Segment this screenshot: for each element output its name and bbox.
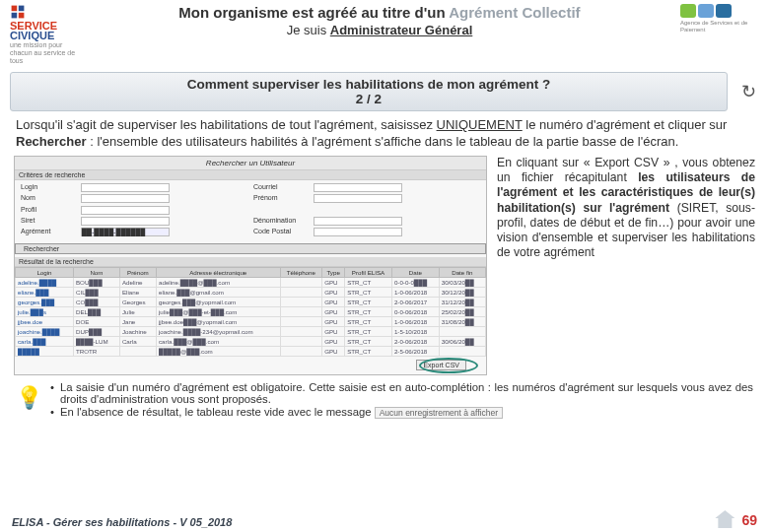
nom-input[interactable] (81, 194, 170, 203)
table-row: carla.███████-LUMCarlacarla.███@███.comG… (16, 336, 486, 346)
siret-input[interactable] (81, 217, 170, 226)
page-counter: 2 / 2 (356, 92, 382, 106)
results-table: LoginNomPrénomAdresse électroniqueTéléph… (15, 267, 486, 357)
page-number: 69 (741, 512, 757, 528)
logo-asp: Agence de Services et de Paiement (680, 4, 759, 33)
page-subtitle: Je suis Administrateur Général (79, 23, 680, 37)
export-csv-button[interactable]: Export CSV (416, 360, 466, 370)
home-icon[interactable] (715, 510, 734, 528)
logo-tagline: une mission pour chacun au service de to… (10, 41, 75, 63)
svg-rect-2 (12, 13, 18, 19)
refresh-icon[interactable]: ↻ (737, 81, 759, 102)
table-row: eliane.███CIL███Elianeeliane.███@gmail.c… (16, 287, 486, 297)
login-input[interactable] (81, 183, 170, 192)
svg-rect-1 (19, 6, 25, 12)
table-row: joachine.████DUP███Joachinejoachine.████… (16, 326, 486, 336)
shot-title: Rechercher un Utilisateur (15, 157, 486, 170)
notes-list: La saisie d'un numéro d'agrément est obl… (50, 381, 753, 420)
rechercher-button[interactable]: Rechercher (15, 243, 486, 254)
prenom-input[interactable] (314, 194, 402, 203)
shot-section-result: Résultat de la recherche (15, 257, 486, 267)
courriel-input[interactable] (314, 183, 402, 192)
footer-version: ELISA - Gérer ses habilitations - V 05_2… (12, 516, 232, 528)
footer-right: 69 (715, 510, 757, 528)
shot-section-criteria: Critères de recherche (15, 170, 486, 180)
note-item: En l'absence de résultat, le tableau res… (50, 406, 753, 419)
note-item: La saisie d'un numéro d'agrément est obl… (50, 381, 753, 405)
lightbulb-icon: 💡 (16, 381, 42, 409)
agrement-input[interactable]: ██-████-██████ (81, 228, 170, 236)
page-title: Mon organisme est agréé au titre d'un Ag… (79, 4, 680, 21)
table-row: julie.███sDEL███Juliejulie███@███-et-███… (16, 306, 486, 316)
table-row: georges.███CO███Georgesgeorges.███@yopma… (16, 297, 486, 306)
table-row: █████TROTR█████@███.comGPUSTR_CT2-5-06/2… (16, 346, 486, 356)
codepostal-input[interactable] (314, 228, 402, 236)
question-banner: Comment superviser les habilitations de … (10, 72, 728, 111)
logo-service-civique: SERVICE CIVIQUE une mission pour chacun … (10, 4, 79, 64)
screenshot-panel: Rechercher un Utilisateur Critères de re… (14, 156, 487, 375)
profil-input[interactable] (81, 206, 170, 215)
intro-paragraph: Lorsqu'il s'agit de superviser les habil… (0, 115, 769, 156)
denomination-input[interactable] (314, 217, 402, 226)
logo-text-2: CIVIQUE (10, 30, 79, 41)
svg-rect-0 (12, 6, 18, 12)
empty-message-box: Aucun enregistrement à afficher (375, 407, 503, 419)
svg-rect-3 (19, 13, 25, 19)
table-row: jjbee.doeDOEJanejjbee.doe███@yopmail.com… (16, 316, 486, 326)
table-row: adeline.████BOU███Adelineadeline.████@██… (16, 277, 486, 287)
side-explanation: En cliquant sur « Export CSV » , vous ob… (497, 156, 755, 375)
